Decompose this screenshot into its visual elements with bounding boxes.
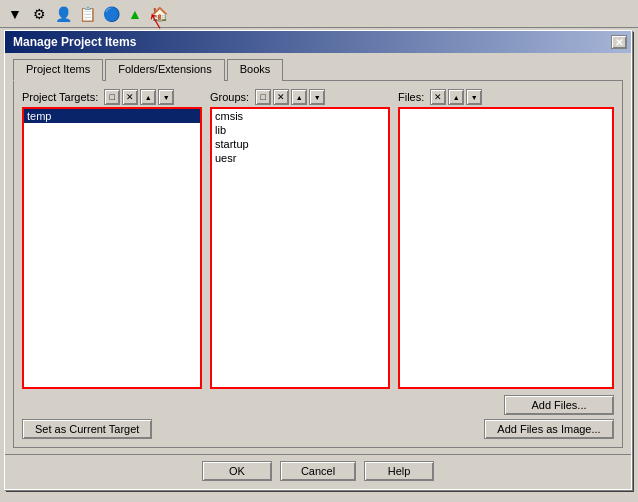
bottom-right-actions: Add Files... Add Files as Image... <box>484 395 614 439</box>
groups-list[interactable]: cmsis lib startup uesr <box>210 107 390 389</box>
close-button[interactable]: ✕ <box>611 35 627 49</box>
tab-bar: Project Items Folders/Extensions Books <box>13 59 623 81</box>
project-targets-header: Project Targets: <box>22 89 202 105</box>
group-item-lib[interactable]: lib <box>212 123 388 137</box>
toolbar-copy-btn[interactable]: 📋 <box>76 3 98 25</box>
bottom-left-actions: Set as Current Target <box>22 419 152 439</box>
groups-down-btn[interactable] <box>309 89 325 105</box>
tab-content: Project Targets: temp <box>13 80 623 448</box>
files-label: Files: <box>398 91 424 103</box>
ok-button[interactable]: OK <box>202 461 272 481</box>
group-item-startup[interactable]: startup <box>212 137 388 151</box>
groups-column: Groups: cmsis lib startup uesr <box>210 89 390 389</box>
tab-books[interactable]: Books <box>227 59 284 81</box>
files-down-btn[interactable] <box>466 89 482 105</box>
title-bar-buttons: ✕ <box>611 35 627 49</box>
project-targets-list[interactable]: temp <box>22 107 202 389</box>
project-targets-column: Project Targets: temp <box>22 89 202 389</box>
files-up-btn[interactable] <box>448 89 464 105</box>
cancel-button[interactable]: Cancel <box>280 461 356 481</box>
tab-folders-extensions[interactable]: Folders/Extensions <box>105 59 225 81</box>
files-header: Files: <box>398 89 614 105</box>
toolbar-dropdown-btn[interactable]: ▼ <box>4 3 26 25</box>
groups-header: Groups: <box>210 89 390 105</box>
files-list[interactable] <box>398 107 614 389</box>
add-files-button[interactable]: Add Files... <box>504 395 614 415</box>
groups-up-btn[interactable] <box>291 89 307 105</box>
tab-project-items[interactable]: Project Items <box>13 59 103 81</box>
set-as-current-target-button[interactable]: Set as Current Target <box>22 419 152 439</box>
help-button[interactable]: Help <box>364 461 434 481</box>
project-targets-up-btn[interactable] <box>140 89 156 105</box>
groups-new-btn[interactable] <box>255 89 271 105</box>
project-targets-down-btn[interactable] <box>158 89 174 105</box>
group-item-cmsis[interactable]: cmsis <box>212 109 388 123</box>
project-targets-label: Project Targets: <box>22 91 98 103</box>
dialog-title: Manage Project Items <box>13 35 136 49</box>
group-item-uesr[interactable]: uesr <box>212 151 388 165</box>
toolbar-user-btn[interactable]: 👤 <box>52 3 74 25</box>
toolbar-up-btn[interactable]: ▲ <box>124 3 146 25</box>
groups-label: Groups: <box>210 91 249 103</box>
columns-container: Project Targets: temp <box>22 89 614 389</box>
dialog-footer: OK Cancel Help <box>5 454 631 489</box>
dialog-body: Project Items Folders/Extensions Books P… <box>5 53 631 454</box>
toolbar: ▼ ⚙ 👤 📋 🔵 ▲ 🏠 <box>0 0 638 28</box>
dialog-title-bar: Manage Project Items ✕ <box>5 31 631 53</box>
project-target-item-temp[interactable]: temp <box>24 109 200 123</box>
toolbar-home-btn[interactable]: 🏠 <box>148 3 170 25</box>
add-files-as-image-button[interactable]: Add Files as Image... <box>484 419 614 439</box>
files-delete-btn[interactable] <box>430 89 446 105</box>
project-targets-delete-btn[interactable] <box>122 89 138 105</box>
files-column: Files: <box>398 89 614 389</box>
toolbar-settings-btn[interactable]: ⚙ <box>28 3 50 25</box>
project-targets-new-btn[interactable] <box>104 89 120 105</box>
toolbar-go-btn[interactable]: 🔵 <box>100 3 122 25</box>
bottom-actions: Set as Current Target Add Files... Add F… <box>22 395 614 439</box>
groups-delete-btn[interactable] <box>273 89 289 105</box>
